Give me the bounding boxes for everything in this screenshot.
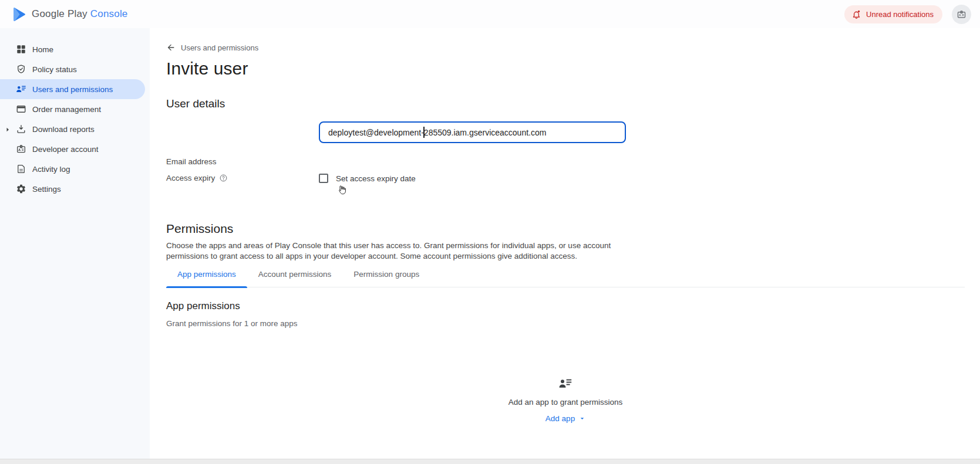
email-address-label: Email address [166, 157, 217, 166]
main-content: Users and permissions Invite user User d… [150, 28, 980, 459]
sidebar-item-settings[interactable]: Settings [0, 179, 145, 199]
sidebar-item-label: Policy status [32, 65, 77, 74]
add-app-label: Add app [545, 414, 575, 423]
sidebar-item-label: Download reports [32, 125, 95, 134]
sidebar-item-label: Activity log [32, 165, 70, 174]
permissions-heading: Permissions [166, 222, 233, 236]
caret-down-icon [579, 415, 585, 422]
page-title: Invite user [166, 59, 248, 79]
unread-notifications-label: Unread notifications [866, 10, 934, 19]
grid-icon [16, 44, 26, 55]
tab-label: Account permissions [258, 270, 332, 279]
user-list-icon [558, 377, 572, 391]
sidebar: Home Policy status Users and permissions [0, 28, 150, 459]
access-expiry-label: Access expiry [166, 174, 215, 182]
shield-check-icon [16, 64, 26, 74]
tab-account-permissions[interactable]: Account permissions [247, 270, 343, 287]
tab-permission-groups[interactable]: Permission groups [342, 270, 430, 287]
card-icon [16, 104, 26, 114]
badge-icon [957, 9, 966, 19]
brand-name-primary: Google Play [32, 8, 87, 19]
play-triangle-icon [12, 7, 26, 22]
arrow-left-icon[interactable] [166, 43, 176, 52]
horizontal-scrollbar-track[interactable] [0, 459, 980, 464]
email-field-wrapper [319, 121, 626, 143]
email-input[interactable] [319, 121, 626, 143]
sidebar-item-developer-account[interactable]: Developer account [0, 139, 145, 159]
sidebar-item-label: Home [32, 45, 53, 54]
user-list-icon [16, 84, 26, 94]
app-logo[interactable]: Google Play Console [12, 7, 128, 22]
set-access-expiry-label[interactable]: Set access expiry date [336, 174, 416, 183]
sidebar-item-activity-log[interactable]: Activity log [0, 159, 145, 179]
sidebar-item-order-management[interactable]: Order management [0, 99, 145, 119]
cursor-pointer-icon [336, 184, 347, 198]
tab-label: Permission groups [353, 270, 419, 279]
help-circle-icon[interactable] [219, 174, 228, 182]
sidebar-item-home[interactable]: Home [0, 39, 145, 59]
breadcrumb-label[interactable]: Users and permissions [181, 43, 258, 52]
app-permissions-subtext: Grant permissions for 1 or more apps [166, 319, 298, 328]
account-badge-button[interactable] [952, 5, 971, 24]
empty-state-message: Add an app to grant permissions [166, 398, 965, 407]
add-app-button[interactable]: Add app [545, 414, 585, 423]
permissions-description: Choose the apps and areas of Play Consol… [166, 241, 630, 261]
bell-unread-icon [851, 9, 861, 19]
set-access-expiry-checkbox[interactable] [319, 174, 328, 183]
badge-icon [16, 144, 26, 154]
gear-icon [16, 184, 26, 194]
app-permissions-heading: App permissions [166, 300, 240, 312]
brand-name-secondary: Console [90, 8, 128, 19]
topbar: Google Play Console Unread notifications [0, 0, 980, 28]
sidebar-item-label: Order management [32, 105, 101, 114]
sidebar-item-policy-status[interactable]: Policy status [0, 59, 145, 79]
download-icon [16, 124, 26, 134]
user-details-heading: User details [166, 97, 225, 110]
sidebar-item-users-and-permissions[interactable]: Users and permissions [0, 79, 145, 99]
unread-notifications-button[interactable]: Unread notifications [844, 5, 942, 23]
text-caret [423, 127, 425, 138]
sidebar-item-label: Users and permissions [32, 85, 113, 94]
expand-caret-icon[interactable] [4, 125, 11, 132]
tab-label: App permissions [177, 270, 236, 279]
document-icon [16, 164, 26, 174]
tab-app-permissions[interactable]: App permissions [166, 270, 247, 287]
permissions-tabs: App permissions Account permissions Perm… [166, 270, 965, 287]
sidebar-item-label: Settings [32, 185, 61, 194]
sidebar-item-label: Developer account [32, 145, 99, 154]
breadcrumb[interactable]: Users and permissions [166, 43, 258, 52]
sidebar-item-download-reports[interactable]: Download reports [0, 119, 145, 139]
app-permissions-empty-state: Add an app to grant permissions Add app [166, 377, 965, 424]
